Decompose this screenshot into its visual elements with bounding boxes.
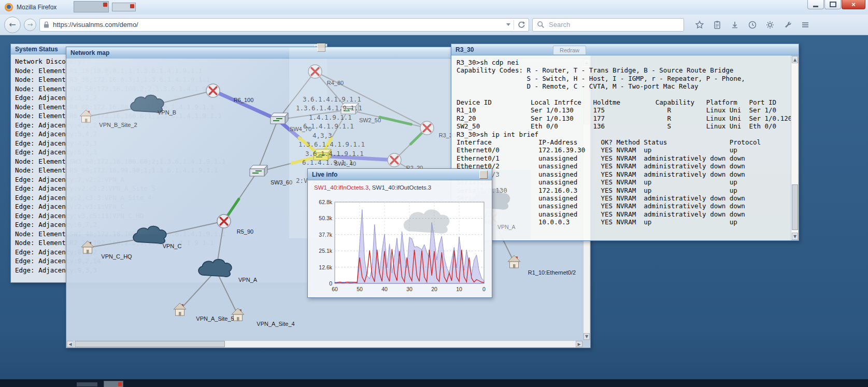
bookmarks-menu-icon[interactable]: [712, 20, 722, 30]
y-axis-tick-label: 12.6k: [319, 264, 332, 270]
live-info-window: Live info SW1_40:ifInOctets.3, SW1_40:if…: [307, 168, 492, 298]
r3-30-terminal[interactable]: R3_30>sh cdp nei Capability Codes: R - R…: [451, 55, 799, 240]
scroll-right-arrow[interactable]: ▶: [576, 341, 582, 347]
network-map-title: Network map: [70, 49, 109, 56]
map-node-R6_100[interactable]: [206, 84, 220, 97]
bookmark-star-icon[interactable]: [694, 20, 705, 30]
map-edge-segment: [411, 133, 422, 144]
toolbar-icons: [694, 20, 810, 30]
x-axis-tick-label: 50: [357, 286, 363, 292]
map-node-R5_90[interactable]: [217, 214, 231, 228]
y-axis-tick-label: 50.3k: [319, 215, 332, 221]
y-axis-tick-label: 62.8k: [319, 199, 332, 205]
scroll-up-arrow[interactable]: ▲: [792, 56, 798, 63]
map-node-label: VPN_A: [238, 277, 258, 283]
map-node-VPN_B_Site_2[interactable]: [80, 110, 92, 123]
url-bar[interactable]: https://visualnms.com/demo/: [39, 18, 529, 32]
firefox-logo-icon: [5, 3, 13, 11]
ghost-text-fragment: 4,3,3: [312, 133, 332, 139]
r3-30-window: R3_30 Redraw R3_30>sh cdp nei Capability…: [451, 44, 799, 241]
wrench-icon[interactable]: [782, 20, 793, 30]
r3-vscroll-thumb[interactable]: [792, 184, 798, 230]
history-clock-icon[interactable]: [747, 20, 758, 30]
url-text[interactable]: https://visualnms.com/demo/: [53, 21, 503, 28]
redraw-button[interactable]: Redraw: [553, 46, 586, 55]
map-node-VPN_C_HQ[interactable]: [81, 241, 94, 254]
browser-navbar: ← → https://visualnms.com/demo/: [0, 15, 868, 35]
map-edge-segment: [216, 92, 275, 118]
search-box[interactable]: [532, 18, 684, 32]
background-window-fragment: [104, 381, 123, 387]
ghost-text-fragment: 6.1.4.1.9.1.1: [302, 160, 353, 166]
r3-30-titlebar[interactable]: R3_30 Redraw: [451, 44, 799, 55]
r3-30-console-output[interactable]: R3_30>sh cdp nei Capability Codes: R - R…: [457, 59, 793, 226]
x-axis-tick-label: 10: [456, 286, 462, 292]
x-axis-tick-label: 40: [381, 286, 388, 292]
map-edge-segment: [227, 199, 238, 216]
background-close-icon: [103, 3, 107, 7]
y-axis-tick-label: 37.7k: [319, 232, 332, 238]
map-node-VPN_C[interactable]: [133, 226, 166, 243]
map-edge-VPN_A-VPN_A_Site_5[interactable]: [180, 270, 216, 310]
legend-item: SW1_40:ifInOctets.3: [314, 184, 368, 191]
map-edge-SW4_70-SW3_60[interactable]: [257, 120, 278, 172]
minimize-button[interactable]: [807, 0, 824, 9]
forward-button[interactable]: →: [24, 19, 36, 31]
r3-vscrollbar[interactable]: ▲ ▼: [791, 55, 799, 240]
browser-titlebar[interactable]: Mozilla Firefox ×: [0, 0, 868, 15]
map-node-label: SW3_60: [271, 179, 292, 185]
menu-hamburger-icon[interactable]: [800, 20, 810, 30]
live-info-titlebar[interactable]: Live info: [308, 169, 492, 180]
scroll-down-arrow[interactable]: ▼: [584, 333, 590, 340]
window-title: Mozilla Firefox: [17, 4, 56, 11]
map-node-R1_10_SITE[interactable]: [508, 255, 520, 268]
x-axis-tick-label: 20: [431, 286, 437, 292]
close-button[interactable]: ×: [842, 0, 865, 9]
back-button[interactable]: ←: [4, 17, 21, 33]
map-node-label: VPN_B: [158, 109, 176, 116]
reload-icon[interactable]: [517, 21, 525, 29]
chart-legend: SW1_40:ifInOctets.3, SW1_40:ifOutOctets.…: [314, 184, 431, 191]
map-node-R2_20[interactable]: [388, 153, 401, 167]
map-node-R3_30[interactable]: [420, 121, 434, 135]
minimize-icon: [813, 6, 818, 7]
lock-icon: [43, 21, 50, 28]
map-node-label: VPN_A_Site_5: [196, 316, 234, 322]
map-node-R4_80[interactable]: [308, 65, 322, 78]
map-node-label: SW2_50: [359, 117, 381, 123]
map-node-label: R4_80: [327, 80, 344, 86]
screen: Mozilla Firefox × ← → https://visualnms.…: [0, 0, 868, 387]
background-window-fragment: [112, 3, 136, 11]
scroll-left-arrow[interactable]: ◀: [67, 341, 74, 347]
map-hscroll-thumb[interactable]: [75, 341, 225, 347]
legend-item: SW1_40:ifOutOctets.3: [372, 184, 431, 191]
background-window-fragment: [74, 1, 109, 12]
background-close-icon: [130, 4, 134, 8]
gear-icon[interactable]: [765, 20, 775, 30]
search-input[interactable]: [548, 20, 679, 29]
background-window-fragment: [77, 382, 97, 386]
scroll-down-arrow[interactable]: ▼: [792, 233, 798, 240]
ghost-text-fragment: 1.3.6.1.4.1.9.1.1: [298, 141, 365, 148]
x-axis-tick-label: 30: [406, 286, 412, 292]
map-node-label: VPN_C_HQ: [101, 253, 132, 260]
map-node-SW4_70[interactable]: [271, 113, 288, 124]
ghost-text-fragment: 1.4.1.9.1.1: [309, 114, 352, 121]
background-taskbar-strip: [0, 379, 868, 387]
map-node-label: R5_90: [237, 228, 253, 235]
map-node-SW3_60[interactable]: [250, 165, 267, 176]
maximize-icon: [830, 2, 836, 7]
search-icon: [537, 21, 545, 28]
url-dropdown-icon[interactable]: [506, 23, 510, 26]
map-node-label: R1_10:Ethernet0/2: [528, 269, 576, 276]
ghost-text-fragment: 6.1.4.1.9.1.1: [303, 123, 354, 130]
window-controls: ×: [807, 0, 865, 9]
downloads-icon[interactable]: [730, 20, 740, 30]
maximize-button[interactable]: [824, 0, 841, 9]
live-info-window-button[interactable]: [479, 170, 488, 179]
map-hscrollbar[interactable]: ◀ ▶: [66, 340, 583, 348]
map-node-VPN_A[interactable]: [198, 260, 232, 277]
traffic-chart: 012.6k25.1k37.7k50.3k62.8k6050403020100: [310, 198, 490, 297]
x-axis-tick-label: 0: [482, 286, 486, 292]
map-node-label: VPN_C: [163, 243, 182, 249]
